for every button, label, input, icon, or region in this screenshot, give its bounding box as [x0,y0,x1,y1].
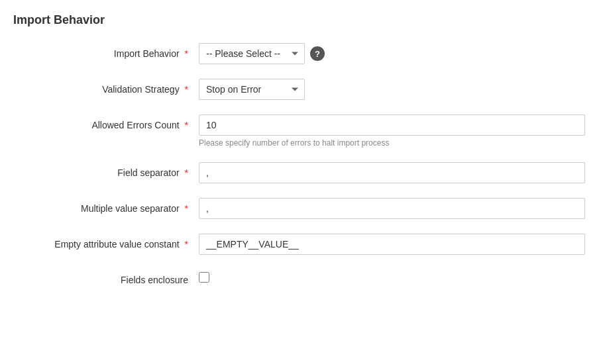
validation-strategy-label: Validation Strategy * [20,79,199,95]
allowed-errors-hint: Please specify number of errors to halt … [199,138,585,148]
multiple-value-separator-row: Multiple value separator * [13,198,592,219]
empty-attribute-input[interactable] [199,234,585,255]
import-behavior-control-row: -- Please Select -- Add/Update Replace D… [199,43,585,64]
import-behavior-label: Import Behavior * [20,43,199,59]
import-behavior-select-wrapper: -- Please Select -- Add/Update Replace D… [199,43,305,64]
required-star-empty-attr: * [185,239,188,250]
multiple-value-separator-controls [199,198,585,219]
empty-attribute-row: Empty attribute value constant * [13,234,592,255]
field-separator-input[interactable] [199,162,585,183]
form-container: Import Behavior Import Behavior * -- Ple… [13,13,592,285]
required-star-multi-sep: * [185,203,188,214]
allowed-errors-label: Allowed Errors Count * [20,114,199,130]
import-behavior-select[interactable]: -- Please Select -- Add/Update Replace D… [199,43,305,64]
required-star-validation: * [185,84,188,95]
validation-strategy-row: Validation Strategy * Stop on Error Skip… [13,79,592,100]
allowed-errors-controls: Please specify number of errors to halt … [199,114,585,148]
required-star-errors: * [185,120,188,130]
fields-enclosure-row: Fields enclosure [13,269,592,285]
required-star-field-sep: * [185,167,188,178]
allowed-errors-row: Allowed Errors Count * Please specify nu… [13,114,592,148]
fields-enclosure-label: Fields enclosure [20,269,199,285]
empty-attribute-label: Empty attribute value constant * [20,234,199,250]
validation-strategy-controls: Stop on Error Skip on Error [199,79,585,100]
allowed-errors-input[interactable] [199,114,585,136]
validation-strategy-select[interactable]: Stop on Error Skip on Error [199,79,305,100]
required-star: * [185,48,188,59]
import-behavior-row: Import Behavior * -- Please Select -- Ad… [13,43,592,64]
multiple-value-separator-label: Multiple value separator * [20,198,199,214]
field-separator-label: Field separator * [20,162,199,178]
empty-attribute-controls [199,234,585,255]
import-behavior-controls: -- Please Select -- Add/Update Replace D… [199,43,585,64]
section-title: Import Behavior [13,13,592,27]
field-separator-row: Field separator * [13,162,592,183]
validation-strategy-control-row: Stop on Error Skip on Error [199,79,585,100]
field-separator-controls [199,162,585,183]
fields-enclosure-controls [199,272,585,283]
validation-strategy-select-wrapper: Stop on Error Skip on Error [199,79,305,100]
multiple-value-separator-input[interactable] [199,198,585,219]
fields-enclosure-checkbox[interactable] [199,272,209,283]
help-icon[interactable]: ? [310,46,325,61]
